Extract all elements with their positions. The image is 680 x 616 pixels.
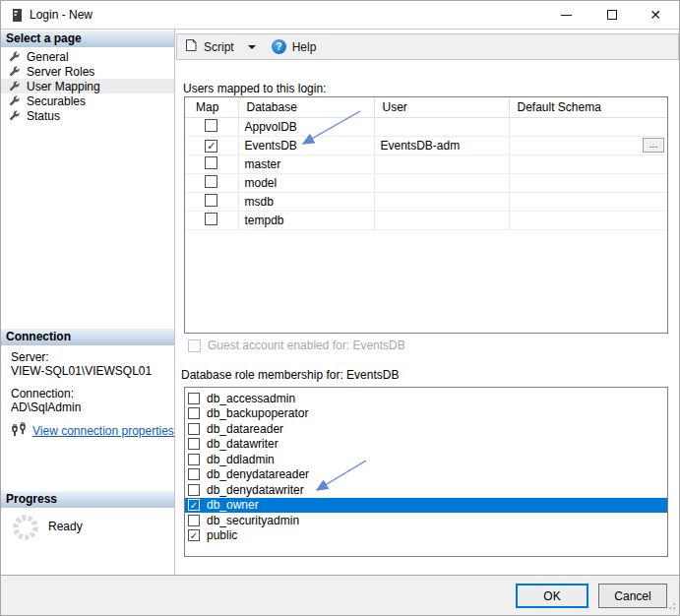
role-checkbox-db_denydatareader[interactable] (188, 468, 200, 480)
login-icon (11, 8, 23, 26)
role-checkbox-db_securityadmin[interactable] (188, 515, 200, 526)
role-checkbox-public[interactable]: ✓ (188, 529, 200, 541)
sidebar-item-general[interactable]: General (1, 49, 174, 64)
user-mapping-table: MapDatabaseUserDefault Schema AppvolDB✓E… (185, 97, 667, 230)
sidebar-item-label: User Mapping (27, 80, 100, 93)
role-row-db_denydatareader[interactable]: db_denydatareader (185, 467, 667, 483)
role-row-db_backupoperator[interactable]: db_backupoperator (185, 406, 667, 422)
column-header-default-schema: Default Schema (509, 97, 667, 117)
sidebar-item-status[interactable]: Status (1, 108, 174, 123)
map-checkbox-model[interactable] (205, 175, 217, 188)
role-label: public (207, 528, 237, 542)
sidebar-item-securables[interactable]: Securables (1, 93, 174, 108)
role-membership-label: Database role membership for: EventsDB (181, 368, 399, 382)
sidebar-item-server-roles[interactable]: Server Roles (1, 64, 174, 79)
role-checkbox-db_denydatawriter[interactable] (188, 484, 200, 496)
user-mapping-grid: MapDatabaseUserDefault Schema AppvolDB✓E… (184, 96, 668, 334)
user-cell[interactable]: EventsDB-adm (374, 136, 509, 154)
titlebar: Login - New ✕ (1, 1, 679, 30)
user-cell[interactable] (374, 154, 509, 173)
map-cell (185, 173, 238, 192)
role-checkbox-db_backupoperator[interactable] (188, 407, 200, 419)
maximize-icon (607, 10, 617, 20)
sidebar-item-label: General (27, 50, 69, 64)
database-cell: master (238, 154, 374, 173)
script-button[interactable]: Script (204, 40, 234, 54)
default-schema-cell[interactable] (509, 173, 667, 192)
role-row-db_accessadmin[interactable]: db_accessadmin (185, 391, 667, 406)
role-checkbox-db_ddladmin[interactable] (188, 454, 200, 465)
role-label: db_backupoperator (207, 406, 308, 420)
wrench-icon (9, 66, 21, 78)
user-cell[interactable] (374, 117, 509, 136)
guest-account-checkbox (188, 339, 201, 352)
progress-header: Progress (1, 491, 174, 508)
map-checkbox-master[interactable] (205, 156, 217, 169)
column-header-database: Database (238, 97, 374, 117)
default-schema-cell[interactable] (509, 117, 667, 136)
close-button[interactable]: ✕ (639, 1, 672, 29)
minimize-icon (561, 15, 572, 16)
default-schema-cell[interactable] (509, 211, 667, 229)
role-label: db_accessadmin (207, 392, 295, 405)
default-schema-cell[interactable] (509, 154, 667, 173)
select-a-page-header: Select a page (1, 31, 174, 47)
map-checkbox-tempdb[interactable] (205, 213, 217, 225)
help-button[interactable]: Help (292, 40, 317, 54)
user-cell[interactable] (374, 211, 509, 229)
mapping-row-master[interactable]: master (185, 154, 667, 173)
role-label: db_securityadmin (207, 514, 299, 527)
wrench-icon (9, 110, 21, 122)
mapping-row-msdb[interactable]: msdb (185, 192, 667, 211)
help-icon[interactable]: ? (272, 39, 286, 54)
role-checkbox-db_owner[interactable]: ✓ (188, 499, 200, 511)
default-schema-cell[interactable]: ... (509, 136, 667, 154)
sidebar-item-user-mapping[interactable]: User Mapping (1, 79, 174, 93)
user-cell[interactable] (374, 173, 509, 192)
footer: OK Cancel (1, 576, 679, 616)
database-cell: tempdb (238, 211, 374, 229)
role-label: db_denydatareader (207, 467, 309, 481)
role-label: db_owner (207, 498, 259, 512)
minimize-button[interactable] (549, 1, 583, 29)
progress-status: Ready (48, 520, 83, 533)
role-checkbox-db_datawriter[interactable] (188, 438, 200, 450)
role-row-db_datawriter[interactable]: db_datawriter (185, 437, 667, 453)
cancel-button[interactable]: Cancel (598, 584, 667, 608)
mapping-row-tempdb[interactable]: tempdb (185, 211, 667, 229)
map-checkbox-msdb[interactable] (205, 194, 217, 207)
role-row-db_owner[interactable]: ✓db_owner (185, 498, 667, 514)
role-label: db_datareader (207, 422, 283, 436)
ok-button[interactable]: OK (516, 584, 588, 608)
role-row-db_securityadmin[interactable]: db_securityadmin (185, 513, 667, 528)
script-icon (184, 38, 198, 55)
map-cell (185, 117, 238, 136)
default-schema-cell[interactable] (509, 192, 667, 211)
map-cell (185, 154, 238, 173)
maximize-button[interactable] (595, 1, 629, 29)
role-row-db_denydatawriter[interactable]: db_denydatawriter (185, 482, 667, 498)
mapping-row-model[interactable]: model (185, 173, 667, 192)
role-row-public[interactable]: ✓public (185, 528, 667, 544)
map-checkbox-appvoldb[interactable] (205, 119, 217, 132)
role-row-db_ddladmin[interactable]: db_ddladmin (185, 452, 667, 467)
connection-properties-icon (11, 422, 28, 440)
resize-grip[interactable] (666, 599, 676, 613)
guest-account-label: Guest account enabled for: EventsDB (208, 339, 405, 352)
progress-spinner-icon (11, 513, 40, 545)
browse-schema-button[interactable]: ... (643, 138, 664, 153)
script-dropdown-icon[interactable] (248, 45, 256, 49)
close-icon: ✕ (649, 8, 661, 22)
role-label: db_datawriter (207, 437, 278, 451)
database-cell: EventsDB (238, 136, 374, 154)
map-checkbox-eventsdb[interactable]: ✓ (205, 140, 217, 153)
database-cell: AppvolDB (238, 117, 374, 136)
connection-header: Connection (1, 329, 174, 345)
view-connection-properties-link[interactable]: View connection properties (32, 424, 174, 438)
role-checkbox-db_accessadmin[interactable] (188, 393, 200, 404)
user-cell[interactable] (374, 192, 509, 211)
role-checkbox-db_datareader[interactable] (188, 423, 200, 435)
mapping-row-eventsdb[interactable]: ✓EventsDBEventsDB-adm... (185, 136, 667, 154)
role-row-db_datareader[interactable]: db_datareader (185, 421, 667, 437)
mapping-row-appvoldb[interactable]: AppvolDB (185, 117, 667, 136)
